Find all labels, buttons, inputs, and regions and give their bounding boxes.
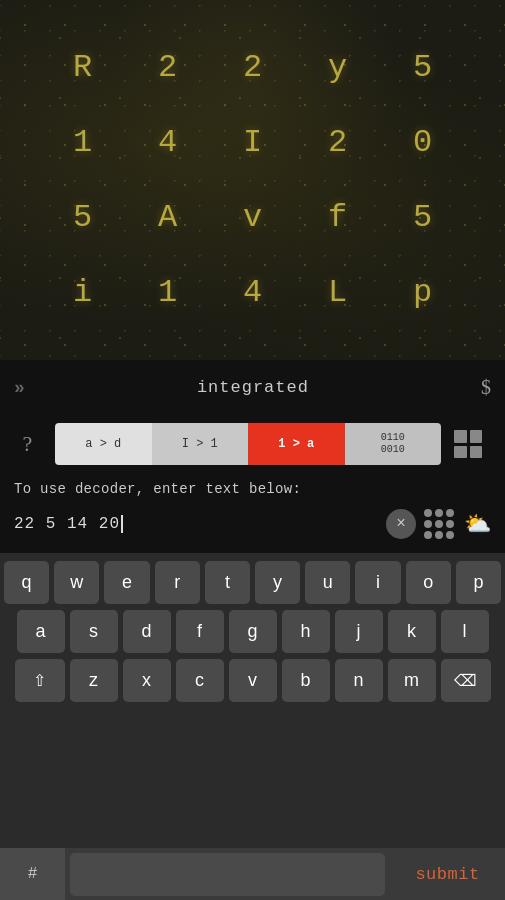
- clear-button[interactable]: ×: [386, 509, 416, 539]
- key-c[interactable]: c: [176, 659, 224, 702]
- decoder-reverse-btn[interactable]: 1 > a: [248, 423, 345, 465]
- grid-icon: [454, 430, 482, 458]
- keyboard: q w e r t y u i o p a s d f g h j k l ⇧ …: [0, 553, 505, 848]
- key-l[interactable]: l: [441, 610, 489, 653]
- key-z[interactable]: z: [70, 659, 118, 702]
- keyboard-row-3: ⇧ z x c v b n m ⌫: [4, 659, 501, 702]
- key-r[interactable]: r: [155, 561, 200, 604]
- shift-button[interactable]: ⇧: [15, 659, 65, 702]
- instruction-text: To use decoder, enter text below:: [0, 473, 505, 509]
- grid-char: v: [210, 180, 295, 255]
- decoder-input[interactable]: 22 5 14 20: [14, 515, 378, 533]
- decoder-types-row: ? a > d I > 1 1 > a 0110 0010: [0, 415, 505, 473]
- control-bar: » integrated $: [0, 360, 505, 415]
- key-a[interactable]: a: [17, 610, 65, 653]
- grid-char: 4: [125, 105, 210, 180]
- decoder-panel: ? a > d I > 1 1 > a 0110 0010 To use dec…: [0, 415, 505, 553]
- grid-char: L: [295, 255, 380, 330]
- key-g[interactable]: g: [229, 610, 277, 653]
- more-icon[interactable]: [424, 509, 454, 539]
- grid-char: y: [295, 30, 380, 105]
- key-w[interactable]: w: [54, 561, 99, 604]
- key-q[interactable]: q: [4, 561, 49, 604]
- key-s[interactable]: s: [70, 610, 118, 653]
- decoder-leet-btn[interactable]: I > 1: [152, 423, 249, 465]
- submit-label: submit: [415, 865, 479, 884]
- grid-char: 5: [380, 30, 465, 105]
- grid-char: 4: [210, 255, 295, 330]
- key-n[interactable]: n: [335, 659, 383, 702]
- key-e[interactable]: e: [104, 561, 149, 604]
- grid-char: f: [295, 180, 380, 255]
- dollar-icon[interactable]: $: [481, 376, 491, 399]
- grid-char: 2: [210, 30, 295, 105]
- text-cursor: [121, 515, 123, 533]
- grid-char: i: [40, 255, 125, 330]
- character-grid-area: R22y514I205Avf5i14Lp: [0, 0, 505, 360]
- grid-char: A: [125, 180, 210, 255]
- grid-char: 5: [380, 180, 465, 255]
- decoder-alpha-btn[interactable]: a > d: [55, 423, 152, 465]
- key-m[interactable]: m: [388, 659, 436, 702]
- keyboard-row-1: q w e r t y u i o p: [4, 561, 501, 604]
- key-x[interactable]: x: [123, 659, 171, 702]
- clear-icon: ×: [396, 515, 406, 533]
- backspace-button[interactable]: ⌫: [441, 659, 491, 702]
- app-title: integrated: [197, 378, 309, 397]
- grid-char: 1: [125, 255, 210, 330]
- grid-char: p: [380, 255, 465, 330]
- key-d[interactable]: d: [123, 610, 171, 653]
- key-i[interactable]: i: [355, 561, 400, 604]
- key-u[interactable]: u: [305, 561, 350, 604]
- key-f[interactable]: f: [176, 610, 224, 653]
- hash-button[interactable]: #: [0, 848, 65, 900]
- space-bar[interactable]: [70, 853, 385, 896]
- key-p[interactable]: p: [456, 561, 501, 604]
- cloud-icon[interactable]: ⛅: [464, 511, 491, 538]
- key-o[interactable]: o: [406, 561, 451, 604]
- decoder-options: a > d I > 1 1 > a 0110 0010: [55, 423, 441, 465]
- char-grid: R22y514I205Avf5i14Lp: [0, 0, 505, 360]
- chevrons-icon[interactable]: »: [14, 378, 25, 398]
- key-v[interactable]: v: [229, 659, 277, 702]
- grid-char: 5: [40, 180, 125, 255]
- key-t[interactable]: t: [205, 561, 250, 604]
- grid-char: 2: [125, 30, 210, 105]
- key-y[interactable]: y: [255, 561, 300, 604]
- grid-char: 2: [295, 105, 380, 180]
- keyboard-row-2: a s d f g h j k l: [4, 610, 501, 653]
- grid-char: 0: [380, 105, 465, 180]
- grid-view-btn[interactable]: [445, 423, 491, 465]
- key-k[interactable]: k: [388, 610, 436, 653]
- grid-char: I: [210, 105, 295, 180]
- key-b[interactable]: b: [282, 659, 330, 702]
- bottom-bar: # submit: [0, 848, 505, 900]
- hash-label: #: [28, 865, 38, 883]
- key-h[interactable]: h: [282, 610, 330, 653]
- input-row: 22 5 14 20 × ⛅: [0, 509, 505, 553]
- key-j[interactable]: j: [335, 610, 383, 653]
- help-icon[interactable]: ?: [0, 423, 55, 465]
- grid-char: R: [40, 30, 125, 105]
- grid-char: 1: [40, 105, 125, 180]
- submit-button[interactable]: submit: [390, 848, 505, 900]
- decoder-binary-btn[interactable]: 0110 0010: [345, 423, 442, 465]
